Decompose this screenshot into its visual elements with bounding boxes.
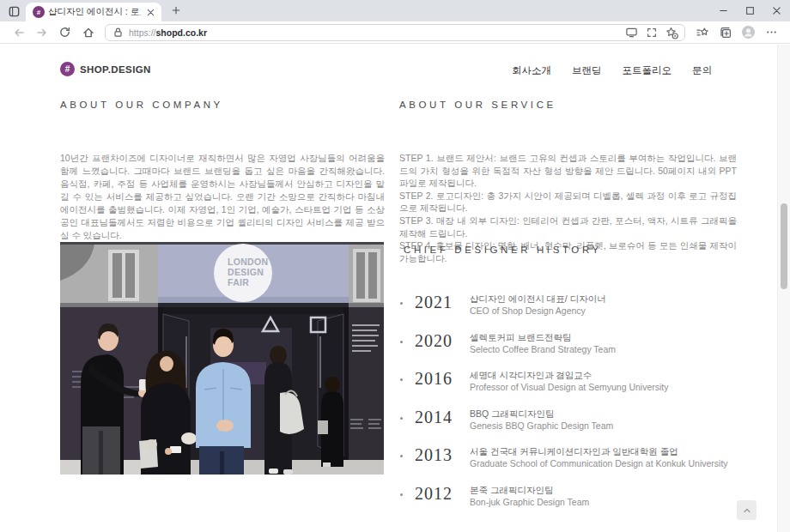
company-paragraph: 10년간 프랜차이즈에 디자이너로 재직하면서 많은 자영업 사장님들의 어려움… [60, 152, 385, 242]
service-step: STEP 1. 브랜드 제안서: 브랜드 고유의 컨셉과 스토리를 부여하는 작… [399, 152, 737, 190]
history-title-en: Selecto Coffee Brand Strategy Team [470, 343, 616, 355]
service-step: STEP 3. 매장 내 외부 디자인: 인테리어 컨셉과 간판, 포스터, 액… [399, 215, 737, 239]
plus-icon [171, 5, 181, 15]
back-arrow-icon [12, 26, 26, 39]
nav-item-company[interactable]: 회사소개 [512, 64, 551, 77]
corners-icon [646, 27, 658, 39]
bullet-icon [400, 341, 403, 343]
favorite-this-page-button[interactable] [661, 25, 681, 40]
browser-tab[interactable]: # 샵디자인 에이전시 : 로고 | 브랜 [26, 3, 161, 21]
profile-avatar-icon [741, 25, 756, 39]
maximize-icon [745, 6, 755, 15]
tab-close-icon[interactable] [144, 6, 157, 19]
main-nav: 회사소개 브랜딩 포트폴리오 문의 [512, 64, 712, 77]
fullscreen-button[interactable] [641, 25, 661, 40]
more-dots-icon [765, 26, 778, 39]
history-title-en: Bon-juk Graphic Design Team [470, 496, 589, 508]
browser-window: # 샵디자인 에이전시 : 로고 | 브랜 [0, 0, 790, 532]
history-entry: 2020 셀렉토커피 브랜드전략팀Selecto Coffee Brand St… [400, 330, 752, 369]
site-favicon-icon: # [33, 6, 45, 18]
sign-line: FAIR [228, 277, 249, 287]
history-title-ko: 셀렉토커피 브랜드전략팀 [470, 331, 616, 343]
page-viewport: # SHOP.DESIGN 회사소개 브랜딩 포트폴리오 문의 ABOUT OU… [0, 45, 777, 532]
refresh-button[interactable] [53, 23, 76, 42]
chevron-up-icon [742, 505, 752, 516]
history-entry: 2014 BBQ 그래픽디자인팀Genesis BBQ Graphic Desi… [400, 407, 752, 445]
service-heading: ABOUT OUR SERVICE [399, 100, 556, 110]
history-entry: 2013 서울 건국대 커뮤니케이션디자인과 일반대학원 졸업Graduate … [400, 444, 752, 483]
history-title-ko: 샵디자인 에이전시 대표/ 디자이너 [470, 293, 606, 305]
history-title-ko: 세명대 시각디자인과 겸임교수 [470, 369, 669, 381]
nav-item-branding[interactable]: 브랜딩 [572, 64, 602, 77]
favorites-button[interactable] [690, 23, 714, 42]
history-entry: 2016 세명대 시각디자인과 겸임교수Professor of Visual … [400, 368, 752, 407]
url-host: shopd.co.kr [156, 27, 208, 38]
history-title-en: Genesis BBQ Graphic Design Team [470, 420, 613, 432]
profile-button[interactable] [737, 23, 760, 42]
collections-icon [719, 26, 732, 39]
bullet-icon [400, 378, 403, 381]
history-entry: 2021 샵디자인 에이전시 대표/ 디자이너CEO of Shop Desig… [400, 292, 752, 330]
home-button[interactable] [76, 23, 100, 42]
tab-title: 샵디자인 에이전시 : 로고 | 브랜 [48, 6, 141, 18]
tab-freeze-button[interactable] [622, 25, 641, 40]
nav-item-portfolio[interactable]: 포트폴리오 [623, 64, 672, 77]
bullet-icon [400, 417, 403, 420]
scroll-to-top-button[interactable] [737, 500, 757, 520]
history-title-en: Professor of Visual Design at Semyung Un… [470, 381, 669, 393]
tab-actions-button[interactable] [6, 3, 21, 20]
history-entry: 2012 본죽 그래픽디자인팀Bon-juk Graphic Design Te… [400, 483, 752, 522]
history-year: 2020 [415, 330, 462, 351]
scrollbar[interactable] [777, 45, 790, 532]
favorites-star-lines-icon [696, 26, 709, 39]
company-photo: LONDON DESIGN FAIR [60, 242, 384, 475]
history-year: 2013 [415, 444, 462, 465]
history-year: 2021 [415, 292, 462, 312]
screen-icon [625, 26, 638, 39]
forward-arrow-icon [35, 26, 49, 39]
home-icon [82, 26, 95, 39]
url-text: https://shopd.co.kr [129, 27, 207, 38]
bullet-icon [400, 302, 403, 305]
sign-line: DESIGN [228, 267, 264, 277]
settings-menu-button[interactable] [760, 23, 783, 42]
site-logo[interactable]: # SHOP.DESIGN [60, 62, 151, 76]
scrollbar-thumb[interactable] [781, 203, 787, 289]
window-controls [710, 0, 790, 21]
browser-toolbar: https://shopd.co.kr [0, 21, 790, 44]
lock-icon[interactable] [112, 27, 124, 38]
minimize-icon [719, 6, 728, 15]
history-heading: CHIEF DESIGNER HISTORY [404, 245, 602, 255]
history-year: 2014 [415, 407, 462, 427]
browser-titlebar: # 샵디자인 에이전시 : 로고 | 브랜 [0, 0, 790, 21]
history-timeline: 2021 샵디자인 에이전시 대표/ 디자이너CEO of Shop Desig… [400, 292, 752, 522]
forward-button[interactable] [30, 23, 53, 42]
company-heading: ABOUT OUR COMPANY [60, 100, 223, 110]
logo-hash-icon: # [60, 62, 75, 76]
service-step: STEP 2. 로고디자인: 총 3가지 시안이 제공되며 디벨롭, 셀렉 과정… [399, 190, 737, 215]
nav-item-contact[interactable]: 문의 [692, 64, 712, 77]
collections-button[interactable] [714, 23, 737, 42]
sign-line: LONDON [228, 257, 268, 267]
logo-text: SHOP.DESIGN [80, 64, 151, 75]
star-badge-icon [665, 26, 678, 39]
history-year: 2012 [415, 483, 462, 504]
address-bar[interactable]: https://shopd.co.kr [105, 24, 685, 41]
close-icon [772, 6, 781, 15]
new-tab-button[interactable] [167, 1, 185, 20]
history-title-ko: 서울 건국대 커뮤니케이션디자인과 일반대학원 졸업 [470, 445, 728, 457]
history-title-ko: 본죽 그래픽디자인팀 [470, 484, 589, 496]
url-protocol: https:// [129, 27, 156, 38]
bullet-icon [400, 493, 403, 496]
history-title-ko: BBQ 그래픽디자인팀 [470, 408, 613, 420]
close-button[interactable] [763, 0, 790, 21]
history-year: 2016 [415, 368, 462, 389]
tab-actions-icon [8, 5, 21, 18]
history-title-en: CEO of Shop Design Agency [470, 305, 606, 317]
back-button[interactable] [7, 23, 30, 42]
maximize-button[interactable] [737, 0, 763, 21]
bullet-icon [400, 455, 403, 457]
refresh-icon [58, 26, 71, 39]
history-title-en: Graduate School of Communication Design … [470, 457, 728, 469]
minimize-button[interactable] [710, 0, 737, 21]
